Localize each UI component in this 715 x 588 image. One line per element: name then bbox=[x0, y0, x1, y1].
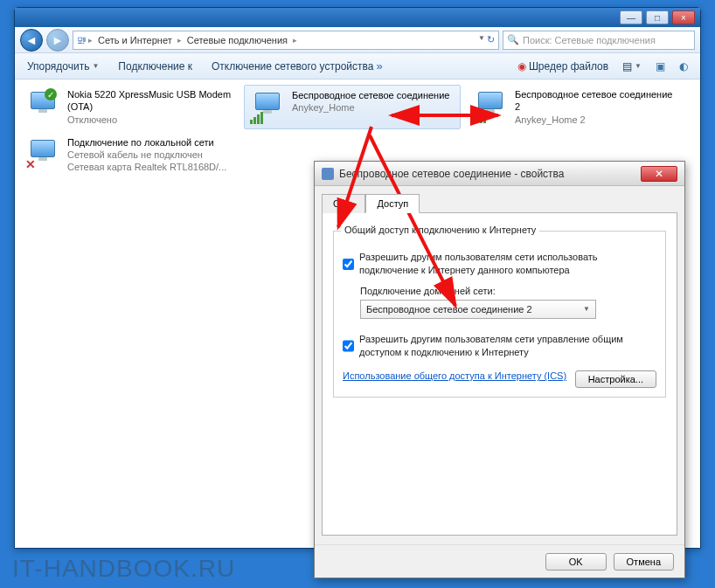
allow-sharing-checkbox[interactable] bbox=[343, 252, 354, 277]
connection-item-lan[interactable]: ✕ Подключение по локальной сети Сетевой … bbox=[20, 133, 282, 177]
wireless-icon bbox=[250, 89, 285, 124]
refresh-icon[interactable]: ↻ bbox=[487, 34, 495, 45]
breadcrumb[interactable]: 🖳 ▸ Сеть и Интернет ▸ Сетевые подключени… bbox=[73, 31, 499, 50]
breadcrumb-seg-1[interactable]: Сеть и Интернет bbox=[94, 35, 176, 45]
dialog-tabs: Сеть Доступ bbox=[322, 193, 677, 212]
tab-sharing[interactable]: Доступ bbox=[365, 194, 420, 213]
ics-groupbox: Общий доступ к подключению к Интернету Р… bbox=[333, 231, 666, 398]
allow-sharing-label: Разрешить другим пользователям сети испо… bbox=[359, 251, 656, 277]
tab-network[interactable]: Сеть bbox=[322, 194, 365, 213]
organize-button[interactable]: Упорядочить▼ bbox=[24, 59, 102, 74]
tab-panel-sharing: Общий доступ к подключению к Интернету Р… bbox=[322, 212, 677, 536]
breadcrumb-seg-2[interactable]: Сетевые подключения bbox=[184, 35, 291, 45]
connect-to-button[interactable]: Подключение к bbox=[115, 59, 196, 74]
chevron-down-icon: ▼ bbox=[583, 305, 590, 313]
ok-button[interactable]: OK bbox=[545, 553, 607, 571]
maximize-button[interactable]: □ bbox=[646, 10, 669, 24]
lan-icon: ✕ bbox=[25, 136, 60, 171]
forward-button[interactable]: ► bbox=[46, 29, 69, 52]
groupbox-legend: Общий доступ к подключению к Интернету bbox=[341, 225, 539, 235]
dialog-icon bbox=[322, 168, 334, 180]
minimize-button[interactable]: — bbox=[620, 10, 642, 24]
connection-item-nokia[interactable]: ✓ Nokia 5220 XpressMusic USB Modem (OTA)… bbox=[20, 85, 237, 129]
search-placeholder: Поиск: Сетевые подключения bbox=[523, 35, 656, 45]
properties-dialog: Беспроводное сетевое соединение - свойст… bbox=[314, 161, 685, 578]
shredder-icon: ◉ bbox=[517, 60, 526, 73]
connection-item-wireless-1[interactable]: Беспроводное сетевое соединение Anykey_H… bbox=[244, 85, 461, 129]
allow-control-checkbox[interactable] bbox=[343, 334, 354, 359]
connection-item-wireless-2[interactable]: Беспроводное сетевое соединение 2 Anykey… bbox=[468, 85, 684, 129]
shredder-button[interactable]: ◉ Шредер файлов bbox=[514, 59, 612, 74]
wireless-icon bbox=[473, 88, 508, 123]
cancel-button[interactable]: Отмена bbox=[614, 553, 674, 571]
home-network-label: Подключение домашней сети: bbox=[360, 286, 656, 296]
dialog-close-button[interactable]: ✕ bbox=[641, 166, 677, 182]
watermark: IT-HANDBOOK.RU bbox=[12, 555, 235, 583]
home-network-select[interactable]: Беспроводное сетевое соединение 2 ▼ bbox=[360, 300, 596, 319]
dialog-title: Беспроводное сетевое соединение - свойст… bbox=[339, 168, 565, 180]
settings-button[interactable]: Настройка... bbox=[575, 370, 656, 388]
view-button[interactable]: ▤▼ bbox=[619, 59, 645, 74]
titlebar: — □ × bbox=[15, 8, 700, 27]
ics-help-link[interactable]: Использование общего доступа к Интернету… bbox=[343, 370, 566, 381]
preview-pane-button[interactable]: ▣ bbox=[652, 59, 669, 74]
search-input[interactable]: 🔍 Поиск: Сетевые подключения bbox=[503, 31, 695, 50]
dialog-footer: OK Отмена bbox=[315, 544, 684, 578]
navbar: ◄ ► 🖳 ▸ Сеть и Интернет ▸ Сетевые подклю… bbox=[15, 27, 700, 53]
dialog-titlebar: Беспроводное сетевое соединение - свойст… bbox=[315, 162, 684, 186]
breadcrumb-dropdown-icon[interactable]: ▼ bbox=[478, 34, 485, 45]
close-button[interactable]: × bbox=[672, 10, 695, 24]
modem-icon: ✓ bbox=[25, 88, 60, 123]
toolbar: Упорядочить▼ Подключение к Отключение се… bbox=[15, 53, 700, 80]
disable-device-button[interactable]: Отключение сетевого устройства» bbox=[208, 58, 386, 74]
allow-control-label: Разрешить другим пользователям сети упра… bbox=[359, 333, 656, 359]
search-icon: 🔍 bbox=[507, 34, 519, 45]
help-button[interactable]: ◐ bbox=[676, 59, 691, 74]
back-button[interactable]: ◄ bbox=[20, 29, 43, 52]
